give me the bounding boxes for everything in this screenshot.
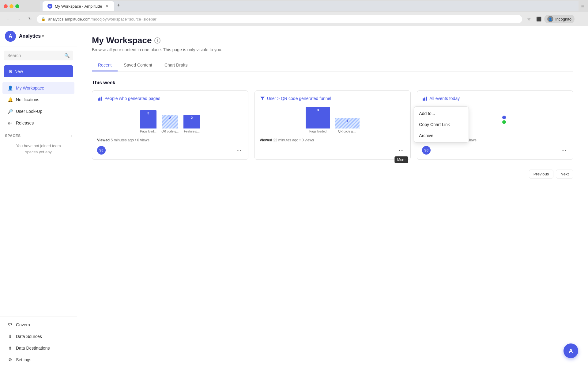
card-title-2: User > QR code generated funnel — [260, 96, 406, 101]
menu-button[interactable]: ⋮ — [576, 15, 584, 23]
info-icon[interactable]: ℹ — [154, 37, 160, 44]
sidebar: A Analytics ▾ Search 🔍 ⊕ New 👤 My Worksp… — [0, 26, 77, 368]
spaces-empty-text: You have not joined team spaces yet any — [5, 138, 72, 160]
back-button[interactable]: ← — [4, 15, 12, 23]
data-destinations-label: Data Destinations — [16, 346, 50, 351]
svg-rect-1 — [99, 98, 100, 101]
avatar-3: SJ — [422, 146, 431, 155]
bar-value-2-1: 3 — [317, 108, 319, 112]
sidebar-item-settings[interactable]: ⚙ Settings — [2, 354, 74, 366]
tab-title: My Workspace - Amplitude — [55, 4, 102, 9]
close-traffic-light[interactable] — [4, 4, 8, 8]
dot-green — [502, 120, 506, 124]
bar-label-2-2: QR code generat... — [338, 130, 356, 133]
browser-titlebar: A My Workspace - Amplitude ✕ + ≡ — [0, 0, 588, 12]
refresh-button[interactable]: ↻ — [26, 15, 34, 23]
bookmark-button[interactable]: ☆ — [525, 15, 533, 23]
app-name[interactable]: Analytics ▾ — [19, 33, 44, 39]
bar-value-2-2: 1 — [346, 119, 348, 123]
more-button-2[interactable]: ⋯ More — [397, 146, 405, 155]
pagination: Previous Next — [92, 170, 573, 178]
tab-close-button[interactable]: ✕ — [104, 4, 109, 9]
sidebar-item-data-destinations[interactable]: ⬆ Data Destinations — [2, 342, 74, 354]
sidebar-item-notifications[interactable]: 🔔 Notifications — [2, 94, 74, 105]
search-placeholder: Search — [7, 53, 62, 58]
sidebar-item-govern[interactable]: 🛡 Govern — [2, 319, 74, 331]
dropdown-item-archive[interactable]: Archive — [414, 130, 469, 141]
bar-chart-icon-3 — [422, 96, 428, 101]
page-title: My Workspace ℹ — [92, 36, 573, 45]
card-container-2: User > QR code generated funnel 3 Page l… — [254, 90, 411, 160]
new-button-label: New — [14, 69, 23, 74]
maximize-traffic-light[interactable] — [15, 4, 19, 8]
more-tooltip: More — [395, 156, 408, 163]
spaces-chevron-icon[interactable]: › — [71, 134, 72, 138]
download-icon: ⬇ — [7, 334, 13, 339]
sidebar-item-label-releases: Releases — [16, 121, 34, 125]
dropdown-item-copy-chart-link[interactable]: Copy Chart Link — [414, 119, 469, 130]
tab-favicon: A — [47, 4, 52, 9]
card-people-generated-pages[interactable]: People who generated pages 3 Page load..… — [92, 90, 248, 160]
new-button-plus-icon: ⊕ — [9, 68, 13, 74]
more-button-3[interactable]: ⋯ — [560, 146, 568, 155]
svg-rect-3 — [423, 98, 424, 101]
card-qr-code-funnel[interactable]: User > QR code generated funnel 3 Page l… — [254, 90, 411, 160]
page-header: My Workspace ℹ Browse all your content i… — [92, 36, 573, 52]
search-bar[interactable]: Search 🔍 — [4, 51, 73, 60]
main-content: My Workspace ℹ Browse all your content i… — [77, 26, 588, 368]
more-button-1[interactable]: ⋯ — [235, 146, 243, 155]
new-button[interactable]: ⊕ New — [4, 65, 73, 77]
settings-label: Settings — [16, 357, 32, 362]
app-logo[interactable]: A — [5, 31, 16, 42]
url-bar[interactable]: 🔒 analytics.amplitude.com/moodjoy/worksp… — [37, 15, 522, 23]
dot-blue — [502, 116, 506, 119]
sidebar-item-user-lookup[interactable]: 🔎 User Look-Up — [2, 105, 74, 117]
chart-area-1: 3 Page load... 2 QR code g... 2 — [97, 105, 243, 136]
bar-chart-icon-1 — [97, 96, 103, 101]
dropdown-item-add-to[interactable]: Add to... — [414, 108, 469, 119]
card-footer-3: SJ ⋯ — [422, 146, 568, 155]
viewed-label-2: Viewed — [260, 138, 272, 142]
next-button[interactable]: Next — [556, 170, 573, 178]
card-title-3: All events today — [422, 96, 568, 101]
bar-label-1: Page load... — [140, 130, 156, 133]
amplitude-chat-button[interactable]: A — [564, 343, 578, 358]
forward-button[interactable]: → — [15, 15, 23, 23]
tab-bar: A My Workspace - Amplitude ✕ + — [40, 1, 579, 11]
app-container: A Analytics ▾ Search 🔍 ⊕ New 👤 My Worksp… — [0, 26, 588, 368]
tab-saved-content[interactable]: Saved Content — [118, 59, 158, 71]
new-tab-button[interactable]: + — [114, 0, 123, 11]
incognito-button[interactable]: 👤 Incognito — [544, 15, 575, 23]
sidebar-nav: 👤 My Workspace 🔔 Notifications 🔎 User Lo… — [0, 81, 77, 130]
page-subtitle: Browse all your content in one place. Th… — [92, 47, 573, 52]
sidebar-item-my-workspace[interactable]: 👤 My Workspace — [2, 82, 74, 94]
url-text: analytics.amplitude.com/moodjoy/workspac… — [48, 17, 156, 21]
cast-button[interactable]: ⬛ — [534, 15, 543, 23]
previous-button[interactable]: Previous — [529, 170, 554, 178]
tab-chart-drafts[interactable]: Chart Drafts — [158, 59, 194, 71]
browser-chrome: A My Workspace - Amplitude ✕ + ≡ ← → ↻ 🔒… — [0, 0, 588, 26]
bar-solid-2: 2 — [183, 115, 200, 128]
sidebar-item-data-sources[interactable]: ⬇ Data Sources — [2, 331, 74, 342]
app-name-dropdown-icon: ▾ — [42, 34, 44, 38]
sidebar-header: A Analytics ▾ — [0, 26, 77, 47]
window-menu-button[interactable]: ≡ — [581, 3, 584, 10]
traffic-lights — [4, 4, 19, 8]
bar-label-2-1: Page loaded — [309, 130, 326, 133]
svg-rect-2 — [101, 97, 102, 101]
card-footer-1: SJ ⋯ — [97, 146, 243, 155]
sidebar-item-releases[interactable]: 🏷 Releases — [2, 117, 74, 129]
bar-hatched-1: 2 — [162, 115, 178, 128]
tab-recent[interactable]: Recent — [92, 59, 118, 71]
card-footer-2: ⋯ More — [260, 146, 406, 155]
chat-button-icon: A — [569, 348, 573, 354]
browser-tab-active[interactable]: A My Workspace - Amplitude ✕ — [43, 1, 114, 11]
bar-value-3: 2 — [191, 116, 193, 120]
upload-icon: ⬆ — [7, 345, 13, 351]
tabs: Recent Saved Content Chart Drafts — [92, 59, 573, 71]
spaces-label: SPACES — [5, 134, 21, 138]
minimize-traffic-light[interactable] — [9, 4, 13, 8]
bar-label-3: Feature p... — [184, 130, 200, 133]
browser-actions: ☆ ⬛ 👤 Incognito ⋮ — [525, 15, 584, 23]
tag-icon: 🏷 — [7, 120, 13, 126]
